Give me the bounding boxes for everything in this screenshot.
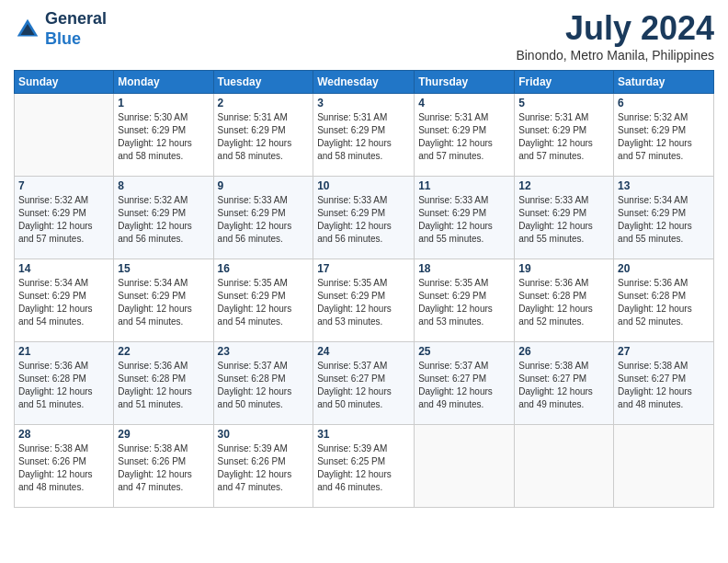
calendar-cell: 26Sunrise: 5:38 AM Sunset: 6:27 PM Dayli… [515,342,614,425]
header-day-sunday: Sunday [15,71,114,94]
calendar-cell: 19Sunrise: 5:36 AM Sunset: 6:28 PM Dayli… [515,259,614,342]
day-number: 24 [317,345,410,358]
calendar-cell: 31Sunrise: 5:39 AM Sunset: 6:25 PM Dayli… [313,425,415,508]
day-number: 3 [317,97,410,109]
day-info: Sunrise: 5:36 AM Sunset: 6:28 PM Dayligh… [618,277,710,328]
day-number: 13 [618,179,710,192]
day-info: Sunrise: 5:38 AM Sunset: 6:27 PM Dayligh… [618,360,710,411]
day-number: 16 [218,262,310,275]
calendar-cell: 16Sunrise: 5:35 AM Sunset: 6:29 PM Dayli… [213,259,313,342]
day-number: 4 [418,97,510,109]
logo-text-blue: Blue [45,29,107,50]
logo: General Blue [14,9,107,49]
day-number: 15 [118,262,209,275]
day-info: Sunrise: 5:34 AM Sunset: 6:29 PM Dayligh… [18,277,109,328]
day-info: Sunrise: 5:30 AM Sunset: 6:29 PM Dayligh… [118,111,209,163]
calendar-cell: 2Sunrise: 5:31 AM Sunset: 6:29 PM Daylig… [213,94,313,177]
location-title: Binondo, Metro Manila, Philippines [516,48,714,63]
calendar-cell: 17Sunrise: 5:35 AM Sunset: 6:29 PM Dayli… [313,259,415,342]
calendar-cell: 18Sunrise: 5:35 AM Sunset: 6:29 PM Dayli… [415,259,515,342]
calendar-cell: 3Sunrise: 5:31 AM Sunset: 6:29 PM Daylig… [313,94,415,177]
calendar-cell [415,425,515,508]
calendar-cell: 4Sunrise: 5:31 AM Sunset: 6:29 PM Daylig… [415,94,515,177]
header-day-friday: Friday [515,71,614,94]
calendar-week-row: 28Sunrise: 5:38 AM Sunset: 6:26 PM Dayli… [15,425,714,508]
calendar-cell: 15Sunrise: 5:34 AM Sunset: 6:29 PM Dayli… [114,259,213,342]
calendar-cell: 23Sunrise: 5:37 AM Sunset: 6:28 PM Dayli… [213,342,313,425]
day-number: 6 [618,97,710,109]
day-number: 31 [317,428,410,441]
day-info: Sunrise: 5:34 AM Sunset: 6:29 PM Dayligh… [118,277,209,328]
calendar-cell: 10Sunrise: 5:33 AM Sunset: 6:29 PM Dayli… [313,177,415,259]
calendar-week-row: 21Sunrise: 5:36 AM Sunset: 6:28 PM Dayli… [15,342,714,425]
calendar-cell: 14Sunrise: 5:34 AM Sunset: 6:29 PM Dayli… [15,259,114,342]
day-number: 29 [118,428,209,441]
calendar-cell: 7Sunrise: 5:32 AM Sunset: 6:29 PM Daylig… [15,177,114,259]
day-number: 2 [218,97,310,109]
day-number: 20 [618,262,710,275]
calendar-cell [614,425,714,508]
day-number: 25 [418,345,510,358]
calendar-cell: 25Sunrise: 5:37 AM Sunset: 6:27 PM Dayli… [415,342,515,425]
calendar-cell: 1Sunrise: 5:30 AM Sunset: 6:29 PM Daylig… [114,94,213,177]
day-info: Sunrise: 5:35 AM Sunset: 6:29 PM Dayligh… [317,277,410,328]
day-info: Sunrise: 5:32 AM Sunset: 6:29 PM Dayligh… [18,194,109,246]
day-info: Sunrise: 5:33 AM Sunset: 6:29 PM Dayligh… [317,194,410,246]
day-number: 28 [18,428,109,441]
day-number: 23 [218,345,310,358]
day-info: Sunrise: 5:31 AM Sunset: 6:29 PM Dayligh… [518,111,609,163]
day-number: 11 [418,179,510,192]
day-info: Sunrise: 5:36 AM Sunset: 6:28 PM Dayligh… [118,360,209,411]
header-day-monday: Monday [114,71,213,94]
day-number: 1 [118,97,209,109]
calendar-cell [515,425,614,508]
calendar-cell [15,94,114,177]
day-info: Sunrise: 5:34 AM Sunset: 6:29 PM Dayligh… [618,194,710,246]
calendar-cell: 8Sunrise: 5:32 AM Sunset: 6:29 PM Daylig… [114,177,213,259]
day-number: 10 [317,179,410,192]
header-day-tuesday: Tuesday [213,71,313,94]
calendar-cell: 13Sunrise: 5:34 AM Sunset: 6:29 PM Dayli… [614,177,714,259]
calendar-cell: 22Sunrise: 5:36 AM Sunset: 6:28 PM Dayli… [114,342,213,425]
calendar-cell: 21Sunrise: 5:36 AM Sunset: 6:28 PM Dayli… [15,342,114,425]
day-info: Sunrise: 5:35 AM Sunset: 6:29 PM Dayligh… [218,277,310,328]
day-info: Sunrise: 5:33 AM Sunset: 6:29 PM Dayligh… [518,194,609,246]
day-info: Sunrise: 5:31 AM Sunset: 6:29 PM Dayligh… [418,111,510,163]
day-number: 14 [18,262,109,275]
day-info: Sunrise: 5:37 AM Sunset: 6:28 PM Dayligh… [218,360,310,411]
day-info: Sunrise: 5:31 AM Sunset: 6:29 PM Dayligh… [317,111,410,163]
day-number: 8 [118,179,209,192]
calendar-cell: 30Sunrise: 5:39 AM Sunset: 6:26 PM Dayli… [213,425,313,508]
day-info: Sunrise: 5:37 AM Sunset: 6:27 PM Dayligh… [418,360,510,411]
day-number: 5 [518,97,609,109]
day-number: 12 [518,179,609,192]
calendar-week-row: 1Sunrise: 5:30 AM Sunset: 6:29 PM Daylig… [15,94,714,177]
day-number: 30 [218,428,310,441]
day-number: 7 [18,179,109,192]
day-info: Sunrise: 5:31 AM Sunset: 6:29 PM Dayligh… [218,111,310,163]
day-number: 27 [618,345,710,358]
header-day-thursday: Thursday [415,71,515,94]
day-info: Sunrise: 5:38 AM Sunset: 6:26 PM Dayligh… [118,442,209,494]
calendar-cell: 9Sunrise: 5:33 AM Sunset: 6:29 PM Daylig… [213,177,313,259]
calendar-cell: 20Sunrise: 5:36 AM Sunset: 6:28 PM Dayli… [614,259,714,342]
day-number: 9 [218,179,310,192]
header-day-wednesday: Wednesday [313,71,415,94]
day-info: Sunrise: 5:38 AM Sunset: 6:27 PM Dayligh… [518,360,609,411]
calendar-cell: 11Sunrise: 5:33 AM Sunset: 6:29 PM Dayli… [415,177,515,259]
day-info: Sunrise: 5:33 AM Sunset: 6:29 PM Dayligh… [418,194,510,246]
day-info: Sunrise: 5:37 AM Sunset: 6:27 PM Dayligh… [317,360,410,411]
day-info: Sunrise: 5:32 AM Sunset: 6:29 PM Dayligh… [118,194,209,246]
calendar-cell: 29Sunrise: 5:38 AM Sunset: 6:26 PM Dayli… [114,425,213,508]
page-header: General Blue July 2024 Binondo, Metro Ma… [14,9,714,63]
calendar-cell: 24Sunrise: 5:37 AM Sunset: 6:27 PM Dayli… [313,342,415,425]
day-number: 18 [418,262,510,275]
calendar-table: SundayMondayTuesdayWednesdayThursdayFrid… [14,70,714,508]
day-number: 17 [317,262,410,275]
day-number: 26 [518,345,609,358]
day-info: Sunrise: 5:36 AM Sunset: 6:28 PM Dayligh… [18,360,109,411]
day-number: 22 [118,345,209,358]
day-info: Sunrise: 5:36 AM Sunset: 6:28 PM Dayligh… [518,277,609,328]
calendar-cell: 28Sunrise: 5:38 AM Sunset: 6:26 PM Dayli… [15,425,114,508]
day-info: Sunrise: 5:33 AM Sunset: 6:29 PM Dayligh… [218,194,310,246]
